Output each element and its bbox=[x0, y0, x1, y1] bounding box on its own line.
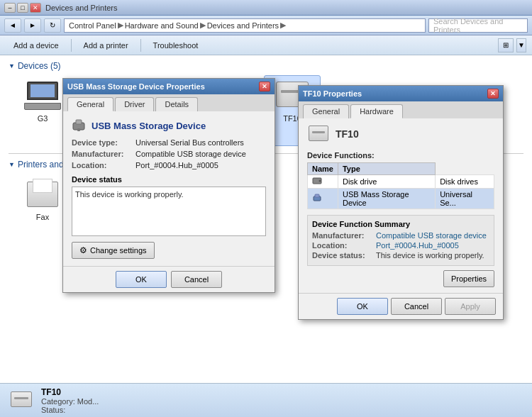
status-device-name: TF10 bbox=[41, 387, 99, 397]
func-table-row-disk[interactable]: Disk drive Disk drives bbox=[308, 175, 494, 189]
func-table-cell-disk-icon bbox=[308, 175, 338, 189]
fax-icon bbox=[24, 179, 61, 210]
usb-dialog-body: USB Mass Storage Device Device type: Uni… bbox=[63, 111, 275, 266]
add-device-button[interactable]: Add a device bbox=[6, 38, 67, 53]
usb-device-name-row: USB Mass Storage Device bbox=[72, 118, 266, 133]
toolbar-separator-2 bbox=[140, 39, 141, 52]
device-label-fax: Fax bbox=[36, 213, 49, 222]
usb-tab-general[interactable]: General bbox=[67, 97, 113, 111]
view-dropdown-button[interactable]: ▼ bbox=[516, 38, 526, 52]
usb-location-value: Port_#0004.Hub_#0005 bbox=[135, 161, 266, 169]
troubleshoot-button[interactable]: Troubleshoot bbox=[145, 38, 206, 53]
tf10-summary-manufacturer: Manufacturer: Compatible USB storage dev… bbox=[312, 231, 489, 240]
tf10-dialog-close-button[interactable]: ✕ bbox=[487, 89, 499, 99]
device-label-g3: G3 bbox=[38, 114, 48, 123]
usb-device-type-row: Device type: Universal Serial Bus contro… bbox=[72, 138, 266, 147]
svg-rect-2 bbox=[77, 128, 80, 131]
usb-device-name-text: USB Mass Storage Device bbox=[92, 121, 206, 131]
tf10-status-label: Device status: bbox=[312, 251, 376, 260]
usb-location-label: Location: bbox=[72, 161, 135, 169]
svg-point-4 bbox=[319, 180, 321, 182]
laptop-icon bbox=[24, 82, 61, 110]
usb-manufacturer-value: Compatible USB storage device bbox=[135, 150, 266, 158]
breadcrumb-control-panel: Control Panel bbox=[69, 21, 116, 30]
minimize-button[interactable]: – bbox=[4, 3, 16, 13]
close-button[interactable]: ✕ bbox=[30, 3, 41, 13]
tf10-dialog-titlebar: TF10 Properties ✕ bbox=[299, 86, 503, 101]
usb-change-settings-area: ⚙ Change settings bbox=[72, 242, 266, 259]
usb-tab-details[interactable]: Details bbox=[155, 97, 198, 111]
status-category: Category: Mod... bbox=[41, 397, 99, 406]
tf10-location-value: Port_#0004.Hub_#0005 bbox=[376, 241, 459, 250]
tf10-properties-button[interactable]: Properties bbox=[443, 270, 494, 287]
func-table-cell-disk-type: Disk drives bbox=[436, 175, 494, 189]
usb-cancel-button[interactable]: Cancel bbox=[171, 271, 222, 288]
status-device-icon bbox=[7, 388, 35, 413]
printers-collapse-icon[interactable]: ▼ bbox=[9, 161, 15, 168]
address-field[interactable]: Control Panel ▶ Hardware and Sound ▶ Dev… bbox=[64, 18, 426, 33]
usb-dialog-close-button[interactable]: ✕ bbox=[259, 82, 270, 91]
usb-status-box: Device status This device is working pro… bbox=[72, 175, 266, 236]
tf10-apply-button[interactable]: Apply bbox=[445, 298, 496, 315]
usb-ok-button[interactable]: OK bbox=[116, 271, 167, 288]
func-table-cell-usb-icon bbox=[308, 189, 338, 209]
search-box[interactable]: Search Devices and Printers bbox=[428, 18, 528, 33]
device-icon-fax bbox=[23, 177, 62, 211]
window-controls[interactable]: – □ ✕ bbox=[4, 3, 41, 13]
add-printer-button[interactable]: Add a printer bbox=[76, 38, 136, 53]
devices-section-label: Devices (5) bbox=[18, 61, 61, 71]
tf10-dialog-tabs: General Hardware bbox=[299, 101, 503, 118]
usb-device-type-value: Universal Serial Bus controllers bbox=[135, 138, 266, 147]
tf10-manufacturer-label: Manufacturer: bbox=[312, 231, 376, 240]
tf10-cancel-button[interactable]: Cancel bbox=[391, 298, 442, 315]
view-toggle-button[interactable]: ⊞ bbox=[498, 38, 514, 52]
tf10-properties-dialog: TF10 Properties ✕ General Hardware TF10 … bbox=[298, 85, 504, 320]
usb-device-type-label: Device type: bbox=[72, 138, 135, 147]
nav-refresh-button[interactable]: ↻ bbox=[44, 18, 61, 33]
tf10-summary-location: Location: Port_#0004.Hub_#0005 bbox=[312, 241, 489, 250]
change-settings-button[interactable]: ⚙ Change settings bbox=[72, 242, 155, 259]
tf10-device-name-text: TF10 bbox=[336, 128, 359, 140]
nav-back-button[interactable]: ◄ bbox=[4, 18, 21, 33]
func-table-cell-usb-name: USB Mass Storage Device bbox=[338, 189, 435, 209]
usb-manufacturer-row: Manufacturer: Compatible USB storage dev… bbox=[72, 150, 266, 158]
usb-tab-driver[interactable]: Driver bbox=[115, 97, 154, 111]
tf10-properties-btn-area: Properties bbox=[307, 270, 494, 287]
usb-manufacturer-label: Manufacturer: bbox=[72, 150, 135, 158]
gear-icon: ⚙ bbox=[79, 245, 87, 255]
func-table-row-usb[interactable]: USB Mass Storage Device Universal Se... bbox=[308, 189, 494, 209]
usb-device-icon bbox=[72, 118, 86, 133]
svg-rect-6 bbox=[315, 194, 319, 197]
status-info: TF10 Category: Mod... Status: bbox=[41, 387, 99, 414]
tf10-functions-table: Name Type Disk drive Disk drives USB Mas bbox=[307, 162, 494, 209]
tf10-tab-hardware[interactable]: Hardware bbox=[350, 104, 403, 118]
tf10-summary-status: Device status: This device is working pr… bbox=[312, 251, 489, 260]
usb-status-label: Device status bbox=[72, 175, 266, 184]
func-table-header-name: Name bbox=[308, 163, 338, 175]
usb-status-text: This device is working properly. bbox=[72, 187, 266, 236]
search-placeholder: Search Devices and Printers bbox=[433, 17, 523, 34]
tf10-device-name-row: TF10 bbox=[307, 124, 494, 144]
func-table-cell-usb-type: Universal Se... bbox=[436, 189, 494, 209]
status-device-status: Status: bbox=[41, 406, 99, 414]
title-bar: – □ ✕ Devices and Printers bbox=[0, 0, 532, 16]
tf10-device-icon bbox=[307, 124, 330, 144]
maximize-button[interactable]: □ bbox=[17, 3, 28, 13]
devices-collapse-icon[interactable]: ▼ bbox=[9, 62, 15, 70]
status-bar: TF10 Category: Mod... Status: bbox=[0, 383, 532, 417]
device-icon-g3 bbox=[23, 79, 62, 113]
tf10-dialog-title: TF10 Properties bbox=[303, 89, 362, 98]
usb-dialog-tabs: General Driver Details bbox=[63, 94, 275, 111]
toolbar: Add a device Add a printer Troubleshoot … bbox=[0, 35, 532, 55]
tf10-func-summary: Device Function Summary Manufacturer: Co… bbox=[307, 215, 494, 266]
tf10-dialog-footer: OK Cancel Apply bbox=[299, 293, 503, 319]
nav-forward-button[interactable]: ► bbox=[24, 18, 41, 33]
tf10-device-functions-label: Device Functions: bbox=[307, 151, 494, 160]
usb-location-row: Location: Port_#0004.Hub_#0005 bbox=[72, 161, 266, 169]
tf10-location-label: Location: bbox=[312, 241, 376, 250]
usb-dialog-title: USB Mass Storage Device Properties bbox=[67, 82, 205, 91]
usb-dialog-footer: OK Cancel bbox=[63, 266, 275, 292]
tf10-tab-general[interactable]: General bbox=[303, 104, 349, 118]
tf10-ok-button[interactable]: OK bbox=[337, 298, 388, 315]
tf10-summary-title: Device Function Summary bbox=[312, 220, 489, 228]
